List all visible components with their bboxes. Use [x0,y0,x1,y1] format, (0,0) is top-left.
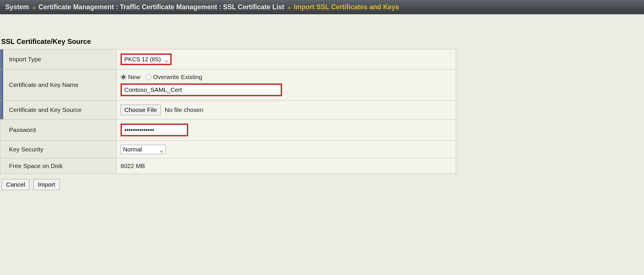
breadcrumb-separator-icon: ›› [288,5,290,10]
breadcrumb-current: Import SSL Certificates and Keys [294,3,399,11]
breadcrumb-path[interactable]: Certificate Management : Traffic Certifi… [39,3,284,11]
action-bar: Cancel Import [2,179,644,190]
label-cert-key-name: Certificate and Key Name [0,69,116,101]
row-cert-key-source: Certificate and Key Source Choose File N… [0,101,456,119]
row-key-security: Key Security Normal [0,141,456,158]
label-import-type: Import Type [0,49,116,69]
free-space-value: 8022 MB [121,162,145,169]
highlight-cert-name [121,83,282,96]
row-password: Password [0,119,456,141]
row-import-type: Import Type PKCS 12 (IIS) [0,49,456,69]
row-free-space: Free Space on Disk 8022 MB [0,158,456,174]
choose-file-button[interactable]: Choose File [121,105,161,115]
label-free-space: Free Space on Disk [0,158,116,174]
password-input[interactable] [122,125,187,135]
section-title: SSL Certificate/Key Source [1,38,644,46]
radio-new-text: New [128,74,140,81]
import-type-select[interactable]: PKCS 12 (IIS) [122,55,171,64]
breadcrumb-root[interactable]: System [5,3,29,11]
radio-new[interactable] [121,74,126,80]
label-cert-key-source: Certificate and Key Source [0,101,116,119]
file-chosen-status: No file chosen [165,106,203,113]
breadcrumb-separator-icon: ›› [33,5,35,10]
label-key-security: Key Security [0,141,116,158]
highlight-password [121,124,188,136]
breadcrumb: System ›› Certificate Management : Traff… [0,0,644,14]
radio-overwrite[interactable] [146,74,151,80]
cancel-button[interactable]: Cancel [2,179,29,190]
radio-overwrite-text: Overwrite Existing [153,74,202,81]
row-cert-key-name: Certificate and Key Name New Overwrite E… [0,69,456,101]
highlight-import-type: PKCS 12 (IIS) [121,53,172,65]
form-table: Import Type PKCS 12 (IIS) Certificate an… [0,49,456,174]
label-password: Password [0,119,116,141]
cert-key-name-input[interactable] [122,85,281,95]
import-button[interactable]: Import [33,179,60,190]
key-security-select[interactable]: Normal [121,145,166,154]
radio-new-label[interactable]: New [121,74,140,81]
radio-overwrite-label[interactable]: Overwrite Existing [146,74,202,81]
